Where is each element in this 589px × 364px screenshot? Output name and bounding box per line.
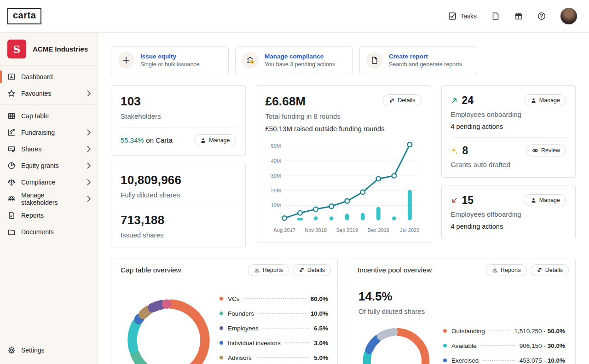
download-icon xyxy=(492,267,498,273)
issue-equity-action[interactable]: Issue equity Single or bulk issuance xyxy=(111,46,229,74)
legend-value: 10.0% xyxy=(548,357,565,364)
details-label: Details xyxy=(307,267,325,273)
dotted-leader xyxy=(483,360,514,361)
user-avatar[interactable] xyxy=(560,8,577,24)
legend-label: Founders xyxy=(228,310,254,317)
carta-logo[interactable]: carta xyxy=(7,8,41,24)
offboarding-count: 15 xyxy=(462,194,474,207)
sidebar-item-label: Fundraising xyxy=(21,129,81,136)
download-icon xyxy=(254,267,260,273)
sidebar-item-label: Cap table xyxy=(21,112,91,120)
legend-value: 6.5% xyxy=(314,325,328,332)
action-subtitle: Single or bulk issuance xyxy=(140,61,200,68)
details-label: Details xyxy=(545,267,563,273)
manage-compliance-action[interactable]: Manage compliance You have 3 pending act… xyxy=(235,46,353,74)
sidebar-item-fundraising[interactable]: Fundraising xyxy=(0,124,98,141)
svg-text:Dec 2019: Dec 2019 xyxy=(367,227,389,233)
on-carta-suffix: on Carta xyxy=(146,136,173,144)
incentive-details-button[interactable]: Details xyxy=(531,264,569,276)
offboarding-label: Employees offboarding xyxy=(451,210,566,218)
offboarding-manage-button[interactable]: Manage xyxy=(525,194,566,206)
cap-table-title: Cap table overview xyxy=(121,266,181,274)
funding-details-button[interactable]: Details xyxy=(383,94,421,106)
cap-table-reports-button[interactable]: Reports xyxy=(248,264,289,276)
legend-count: 453,075 · xyxy=(520,357,546,364)
cap-table-donut-chart xyxy=(121,293,216,364)
cap-table-legend: VCs60.0% Founders10.0% Employees6.5% Ind… xyxy=(219,289,328,364)
certificate-icon xyxy=(7,145,16,153)
sidebar-item-label: Manage stakeholders xyxy=(21,191,81,206)
person-icon xyxy=(531,197,537,203)
onboarding-count: 24 xyxy=(462,94,474,107)
funding-card: £6.68M Details Total funding in 8 rounds… xyxy=(256,85,431,243)
dotted-leader xyxy=(285,342,309,343)
sidebar-item-compliance[interactable]: Compliance xyxy=(0,174,98,191)
document-icon[interactable] xyxy=(491,12,500,20)
legend-value: 30.0% xyxy=(548,342,565,349)
action-title: Create report xyxy=(389,53,462,60)
report-file-icon xyxy=(7,211,16,220)
sidebar-item-cap-table[interactable]: Cap table xyxy=(0,108,98,124)
incentive-reports-button[interactable]: Reports xyxy=(486,264,527,276)
legend-label: Individual investors xyxy=(228,340,281,347)
arrow-up-right-icon xyxy=(451,97,458,104)
person-icon xyxy=(531,98,537,104)
onboarding-manage-button[interactable]: Manage xyxy=(525,94,566,106)
incentive-donut-chart xyxy=(357,322,436,364)
dotted-leader xyxy=(481,345,515,346)
manage-label: Manage xyxy=(209,137,230,144)
create-report-action[interactable]: Create report Search and generate report… xyxy=(359,46,477,74)
legend-count: 1,510,250 · xyxy=(514,328,545,335)
dotted-leader xyxy=(256,357,309,358)
legend-bullet xyxy=(443,358,447,362)
legend-item: Available906,150 ·30.0% xyxy=(443,338,565,353)
legend-item: Advisors5.0% xyxy=(219,350,328,364)
sidebar-item-settings[interactable]: Settings xyxy=(0,342,98,358)
issued-label: Issued shares xyxy=(121,231,236,239)
chevron-right-icon xyxy=(87,179,91,185)
incentive-legend: Outstanding1,510,250 ·50.0% Available906… xyxy=(443,322,565,364)
cap-table-details-button[interactable]: Details xyxy=(293,264,331,276)
manage-label: Manage xyxy=(539,97,560,104)
company-logo: S xyxy=(7,40,26,58)
on-carta-percent: 55.34% xyxy=(121,136,144,144)
sidebar-item-equity-grants[interactable]: Equity grants xyxy=(0,157,98,174)
company-name: ACME Industries xyxy=(33,45,88,53)
tasks-label: Tasks xyxy=(460,12,477,20)
plus-icon xyxy=(122,56,130,64)
action-title: Issue equity xyxy=(140,53,200,60)
svg-text:50M: 50M xyxy=(271,143,281,149)
grants-review-button[interactable]: Review xyxy=(526,144,566,156)
table-icon xyxy=(7,112,16,120)
funding-subtitle: Total funding in 8 rounds xyxy=(266,112,422,120)
manage-stakeholders-button[interactable]: Manage xyxy=(194,134,236,146)
help-icon[interactable] xyxy=(537,12,546,20)
legend-value: 50.0% xyxy=(548,328,565,335)
sidebar-item-dashboard[interactable]: Dashboard xyxy=(0,69,98,85)
reports-label: Reports xyxy=(501,267,521,273)
sidebar-item-shares[interactable]: Shares xyxy=(0,141,98,157)
reports-label: Reports xyxy=(263,267,283,273)
onboarding-pending: 4 pending actions xyxy=(451,123,566,130)
sidebar-item-manage-stakeholders[interactable]: Manage stakeholders xyxy=(0,191,98,207)
sidebar-item-reports[interactable]: Reports xyxy=(0,207,98,224)
legend-value: 60.0% xyxy=(311,295,328,302)
dotted-leader xyxy=(490,330,510,331)
company-switcher[interactable]: S ACME Industries xyxy=(0,33,98,65)
sidebar: S ACME Industries Dashboard Favourites C… xyxy=(0,33,98,364)
legend-value: 3.0% xyxy=(314,340,328,347)
gift-icon[interactable] xyxy=(514,12,523,20)
legend-value: 10.0% xyxy=(311,310,328,317)
svg-text:Jul 2022: Jul 2022 xyxy=(400,227,419,233)
person-icon xyxy=(200,138,206,144)
tasks-button[interactable]: Tasks xyxy=(448,12,477,20)
action-subtitle: You have 3 pending actions xyxy=(265,61,335,68)
grants-count: 8 xyxy=(462,144,468,157)
legend-bullet xyxy=(219,341,223,345)
svg-text:40M: 40M xyxy=(271,158,281,164)
action-subtitle: Search and generate reports xyxy=(389,61,462,68)
dotted-leader xyxy=(259,313,306,314)
legend-label: VCs xyxy=(228,295,240,302)
sidebar-item-documents[interactable]: Documents xyxy=(0,224,98,240)
sidebar-item-favourites[interactable]: Favourites xyxy=(0,85,98,102)
